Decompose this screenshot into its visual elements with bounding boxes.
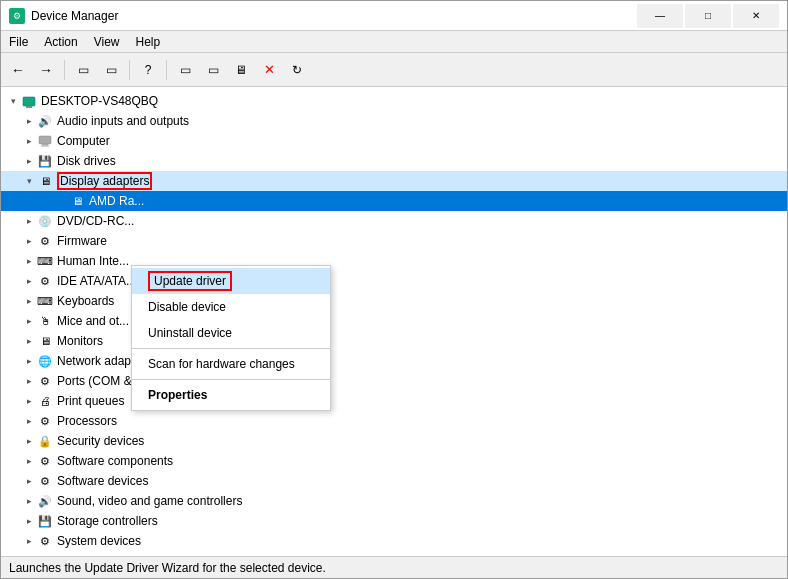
tree-item-computer[interactable]: Computer bbox=[1, 131, 787, 151]
tree-item-human[interactable]: Human Inte... bbox=[1, 251, 787, 271]
tree-item-amd[interactable]: AMD Ra... bbox=[1, 191, 787, 211]
tree-item-ports[interactable]: Ports (COM & LPT) bbox=[1, 371, 787, 391]
ide-icon bbox=[37, 273, 53, 289]
print-icon bbox=[37, 393, 53, 409]
sound-label: Sound, video and game controllers bbox=[57, 494, 242, 508]
ide-arrow bbox=[21, 273, 37, 289]
audio-arrow bbox=[21, 113, 37, 129]
back-button[interactable]: ← bbox=[5, 57, 31, 83]
display-arrow bbox=[21, 173, 37, 189]
svg-rect-1 bbox=[26, 106, 32, 108]
computer-arrow bbox=[21, 133, 37, 149]
toolbar-btn-2[interactable]: ▭ bbox=[98, 57, 124, 83]
toolbar-btn-4[interactable]: ▭ bbox=[200, 57, 226, 83]
svg-rect-0 bbox=[23, 97, 35, 106]
tree-item-monitors[interactable]: Monitors bbox=[1, 331, 787, 351]
tree-item-keyboards[interactable]: Keyboards bbox=[1, 291, 787, 311]
tree-item-usb[interactable]: Universal Serial Bus controllers bbox=[1, 551, 787, 556]
forward-button[interactable]: → bbox=[33, 57, 59, 83]
tree-item-sound[interactable]: Sound, video and game controllers bbox=[1, 491, 787, 511]
maximize-button[interactable]: □ bbox=[685, 4, 731, 28]
print-arrow bbox=[21, 393, 37, 409]
toolbar-sep-3 bbox=[166, 60, 167, 80]
toolbar-sep-2 bbox=[129, 60, 130, 80]
tree-view[interactable]: DESKTOP-VS48QBQ Audio inputs and outputs bbox=[1, 87, 787, 556]
sound-arrow bbox=[21, 493, 37, 509]
security-icon bbox=[37, 433, 53, 449]
root-icon bbox=[21, 93, 37, 109]
tree-item-display[interactable]: Display adapters bbox=[1, 171, 787, 191]
ports-arrow bbox=[21, 373, 37, 389]
menu-help[interactable]: Help bbox=[128, 31, 169, 52]
monitors-arrow bbox=[21, 333, 37, 349]
toolbar-btn-1[interactable]: ▭ bbox=[70, 57, 96, 83]
toolbar-btn-scan[interactable]: ↻ bbox=[284, 57, 310, 83]
tree-item-dvd[interactable]: DVD/CD-RC... bbox=[1, 211, 787, 231]
toolbar-btn-3[interactable]: ▭ bbox=[172, 57, 198, 83]
tree-item-firmware[interactable]: Firmware bbox=[1, 231, 787, 251]
main-content: DESKTOP-VS48QBQ Audio inputs and outputs bbox=[1, 87, 787, 556]
display-icon bbox=[37, 173, 53, 189]
ctx-scan[interactable]: Scan for hardware changes bbox=[132, 351, 330, 377]
ctx-update-driver[interactable]: Update driver bbox=[132, 268, 330, 294]
firmware-arrow bbox=[21, 233, 37, 249]
menu-view[interactable]: View bbox=[86, 31, 128, 52]
tree-item-system[interactable]: System devices bbox=[1, 531, 787, 551]
tree-item-processors[interactable]: Processors bbox=[1, 411, 787, 431]
tree-item-security[interactable]: Security devices bbox=[1, 431, 787, 451]
storage-icon bbox=[37, 513, 53, 529]
ctx-sep-1 bbox=[132, 348, 330, 349]
dvd-label: DVD/CD-RC... bbox=[57, 214, 134, 228]
usb-label: Universal Serial Bus controllers bbox=[57, 554, 224, 556]
human-label: Human Inte... bbox=[57, 254, 129, 268]
amd-label: AMD Ra... bbox=[89, 194, 144, 208]
computer-icon bbox=[37, 133, 53, 149]
storage-arrow bbox=[21, 513, 37, 529]
disk-label: Disk drives bbox=[57, 154, 116, 168]
network-arrow bbox=[21, 353, 37, 369]
menu-file[interactable]: File bbox=[1, 31, 36, 52]
toolbar-btn-remove[interactable]: ✕ bbox=[256, 57, 282, 83]
usb-icon bbox=[37, 553, 53, 556]
tree-item-ide[interactable]: IDE ATA/ATA... bbox=[1, 271, 787, 291]
disk-arrow bbox=[21, 153, 37, 169]
security-label: Security devices bbox=[57, 434, 144, 448]
menu-action[interactable]: Action bbox=[36, 31, 85, 52]
system-arrow bbox=[21, 533, 37, 549]
processors-icon bbox=[37, 413, 53, 429]
ctx-properties[interactable]: Properties bbox=[132, 382, 330, 408]
title-bar-left: ⚙ Device Manager bbox=[9, 8, 118, 24]
app-icon: ⚙ bbox=[9, 8, 25, 24]
usb-arrow bbox=[21, 553, 37, 556]
toolbar-btn-help[interactable]: ? bbox=[135, 57, 161, 83]
ctx-uninstall[interactable]: Uninstall device bbox=[132, 320, 330, 346]
sw-dev-arrow bbox=[21, 473, 37, 489]
toolbar-btn-monitor[interactable]: 🖥 bbox=[228, 57, 254, 83]
tree-item-mice[interactable]: Mice and ot... bbox=[1, 311, 787, 331]
tree-root[interactable]: DESKTOP-VS48QBQ bbox=[1, 91, 787, 111]
keyboards-label: Keyboards bbox=[57, 294, 114, 308]
tree-item-sw-comp[interactable]: Software components bbox=[1, 451, 787, 471]
root-arrow bbox=[5, 93, 21, 109]
tree-item-print[interactable]: Print queues bbox=[1, 391, 787, 411]
properties-label: Properties bbox=[148, 388, 207, 402]
dvd-arrow bbox=[21, 213, 37, 229]
tree-item-network[interactable]: Network adapters bbox=[1, 351, 787, 371]
tree-item-disk[interactable]: Disk drives bbox=[1, 151, 787, 171]
close-button[interactable]: ✕ bbox=[733, 4, 779, 28]
ctx-disable[interactable]: Disable device bbox=[132, 294, 330, 320]
monitors-icon bbox=[37, 333, 53, 349]
dvd-icon bbox=[37, 213, 53, 229]
tree-item-storage[interactable]: Storage controllers bbox=[1, 511, 787, 531]
sw-dev-icon bbox=[37, 473, 53, 489]
tree-item-audio[interactable]: Audio inputs and outputs bbox=[1, 111, 787, 131]
keyboards-icon bbox=[37, 293, 53, 309]
title-bar: ⚙ Device Manager — □ ✕ bbox=[1, 1, 787, 31]
minimize-button[interactable]: — bbox=[637, 4, 683, 28]
svg-rect-3 bbox=[42, 144, 48, 146]
audio-icon bbox=[37, 113, 53, 129]
amd-arrow bbox=[53, 193, 69, 209]
ports-icon bbox=[37, 373, 53, 389]
tree-item-sw-dev[interactable]: Software devices bbox=[1, 471, 787, 491]
human-icon bbox=[37, 253, 53, 269]
